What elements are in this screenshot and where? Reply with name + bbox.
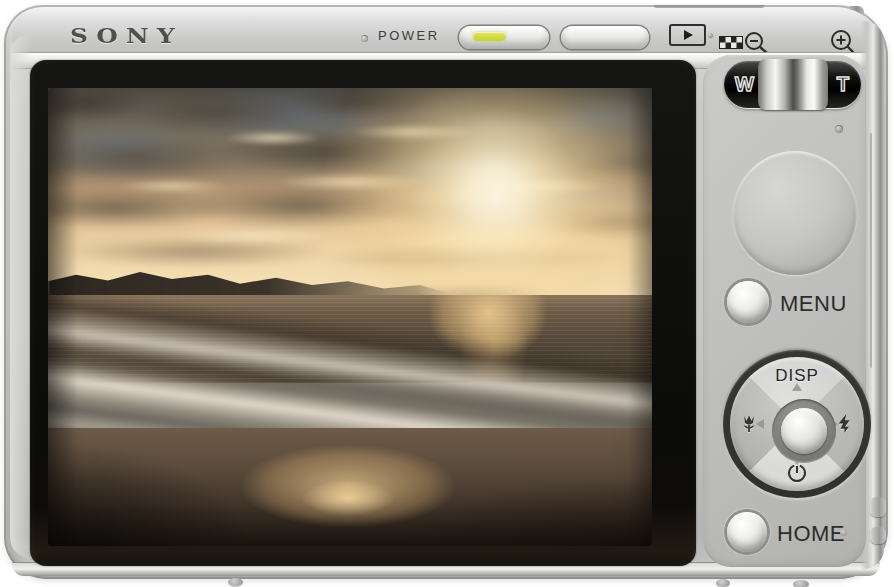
- self-timer-icon[interactable]: [786, 462, 808, 484]
- zoom-rocker-roller[interactable]: [758, 59, 828, 110]
- zoom-rocker[interactable]: W T: [724, 61, 861, 108]
- menu-label: MENU: [780, 291, 847, 317]
- product-photo-stage: SONY POWER: [0, 0, 894, 587]
- index-thumbnails-icon: [719, 36, 743, 49]
- strap-lug: [870, 497, 886, 517]
- menu-button[interactable]: [727, 281, 769, 323]
- dial-left-arrow[interactable]: [756, 419, 764, 429]
- body-highlight: [10, 35, 32, 559]
- lcd-bezel: [30, 60, 696, 566]
- power-button[interactable]: [459, 26, 549, 49]
- home-label: HOME: [777, 521, 845, 547]
- lcd-screen-photo: [48, 88, 652, 546]
- control-dial-face[interactable]: DISP: [730, 357, 864, 491]
- strap-lug: [870, 527, 886, 544]
- access-led: [708, 33, 713, 38]
- bottom-foot: [228, 578, 243, 586]
- bottom-foot: [716, 579, 730, 587]
- dial-up-arrow[interactable]: [792, 383, 802, 391]
- home-button[interactable]: [727, 512, 767, 552]
- control-dial[interactable]: DISP: [723, 350, 871, 498]
- shutter-button[interactable]: [561, 26, 649, 49]
- dial-center-ring: [772, 399, 836, 463]
- power-led: [361, 35, 368, 42]
- power-label: POWER: [378, 28, 440, 43]
- bottom-foot: [793, 580, 809, 587]
- zoom-wide-label: W: [735, 73, 754, 96]
- playback-button[interactable]: [669, 24, 706, 46]
- playback-icon: [684, 30, 693, 40]
- thumb-rest-pad: [733, 151, 857, 275]
- home-indicator-dot: [840, 529, 847, 536]
- photo-vignette: [48, 88, 652, 546]
- side-seam: [870, 133, 872, 368]
- panel-screw: [835, 125, 843, 133]
- dial-ok-button[interactable]: [781, 408, 827, 454]
- zoom-tele-label: T: [837, 73, 849, 96]
- camera-top-plate: SONY POWER: [12, 8, 880, 53]
- brand-logo: SONY: [70, 23, 183, 48]
- power-accent-stripe: [473, 32, 506, 41]
